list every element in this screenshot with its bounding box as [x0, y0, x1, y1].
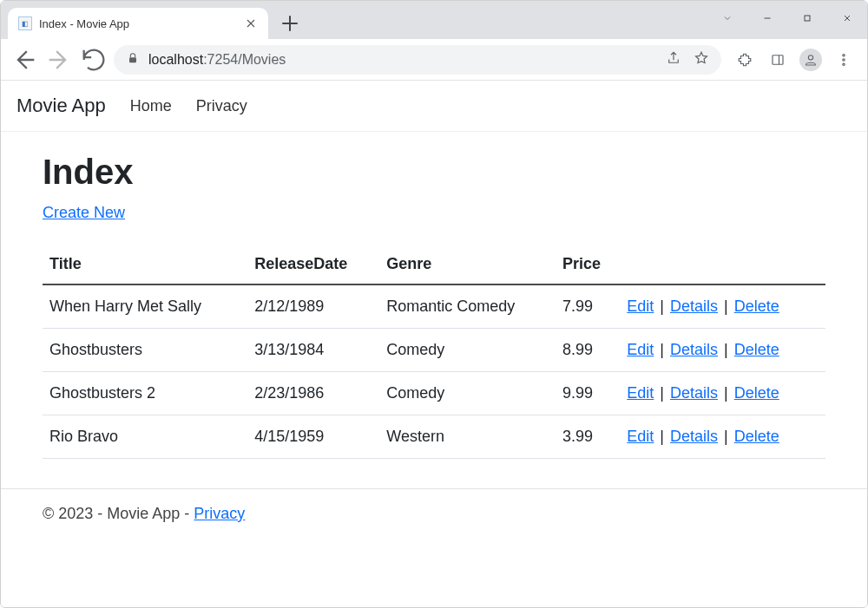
delete-link[interactable]: Delete [734, 297, 779, 315]
share-icon[interactable] [666, 50, 681, 69]
movies-table: Title ReleaseDate Genre Price When Harry… [43, 246, 825, 459]
page-title: Index [43, 153, 825, 192]
cell-releasedate: 4/15/1959 [247, 415, 379, 459]
cell-releasedate: 3/13/1984 [247, 329, 379, 372]
url-path: :7254/Movies [203, 52, 286, 67]
reload-button[interactable] [79, 45, 108, 75]
cell-genre: Romantic Comedy [379, 284, 556, 329]
edit-link[interactable]: Edit [627, 384, 654, 402]
col-genre: Genre [379, 246, 556, 284]
window-minimize-button[interactable] [747, 4, 787, 32]
edit-link[interactable]: Edit [627, 428, 654, 445]
tab-search-caret-icon[interactable] [707, 4, 747, 32]
details-link[interactable]: Details [670, 384, 718, 402]
footer-privacy-link[interactable]: Privacy [194, 505, 245, 522]
nav-link-home[interactable]: Home [130, 97, 172, 115]
separator: | [720, 341, 733, 358]
cell-title: Ghostbusters 2 [43, 372, 247, 415]
table-row: Rio Bravo4/15/1959Western3.99Edit | Deta… [43, 415, 825, 459]
cell-price: 8.99 [556, 329, 620, 372]
page-viewport: Movie App Home Privacy Index Create New … [1, 81, 867, 608]
svg-point-6 [843, 63, 845, 65]
cell-releasedate: 2/23/1986 [247, 372, 379, 415]
table-row: Ghostbusters 22/23/1986Comedy9.99Edit | … [43, 372, 825, 415]
cell-releasedate: 2/12/1989 [247, 284, 379, 329]
delete-link[interactable]: Delete [734, 384, 779, 402]
cell-genre: Comedy [379, 372, 556, 415]
kebab-menu-icon[interactable] [829, 45, 858, 75]
back-button[interactable] [10, 45, 39, 75]
details-link[interactable]: Details [670, 428, 718, 445]
footer-text: © 2023 - Movie App - [43, 505, 194, 522]
delete-link[interactable]: Delete [734, 341, 779, 358]
bookmark-star-icon[interactable] [694, 50, 709, 69]
cell-title: Rio Bravo [43, 415, 247, 459]
table-header-row: Title ReleaseDate Genre Price [43, 246, 825, 284]
create-new-link[interactable]: Create New [43, 204, 125, 221]
tab-title: Index - Movie App [39, 17, 129, 30]
details-link[interactable]: Details [670, 297, 718, 315]
tab-close-button[interactable] [244, 16, 258, 30]
cell-price: 9.99 [556, 372, 620, 415]
nav-link-privacy[interactable]: Privacy [196, 97, 247, 115]
profile-avatar[interactable] [796, 45, 825, 75]
cell-actions: Edit | Details | Delete [620, 329, 825, 372]
svg-point-4 [843, 54, 845, 56]
col-price: Price [556, 246, 620, 284]
separator: | [720, 384, 733, 402]
favicon-icon: ◧ [18, 16, 32, 30]
cell-actions: Edit | Details | Delete [620, 372, 825, 415]
side-panel-icon[interactable] [763, 45, 792, 75]
new-tab-button[interactable] [277, 10, 303, 36]
site-navbar: Movie App Home Privacy [1, 81, 867, 132]
main-container: Index Create New Title ReleaseDate Genre… [1, 132, 867, 467]
edit-link[interactable]: Edit [627, 297, 654, 315]
svg-rect-0 [805, 16, 810, 21]
cell-genre: Western [379, 415, 556, 459]
cell-price: 7.99 [556, 284, 620, 329]
separator: | [655, 341, 668, 358]
col-title: Title [43, 246, 247, 284]
site-footer: © 2023 - Movie App - Privacy [1, 488, 867, 539]
brand-link[interactable]: Movie App [16, 95, 106, 117]
svg-rect-1 [129, 57, 136, 62]
separator: | [655, 384, 668, 402]
cell-price: 3.99 [556, 415, 620, 459]
window-controls [707, 1, 867, 36]
svg-point-5 [843, 58, 845, 60]
delete-link[interactable]: Delete [734, 428, 779, 445]
svg-rect-2 [773, 55, 783, 64]
browser-tab[interactable]: ◧ Index - Movie App [8, 8, 268, 39]
window-close-button[interactable] [827, 4, 867, 32]
cell-title: Ghostbusters [43, 329, 247, 372]
col-actions [620, 246, 825, 284]
cell-actions: Edit | Details | Delete [620, 415, 825, 459]
url-text: localhost:7254/Movies [148, 52, 286, 68]
lock-icon [126, 51, 140, 69]
cell-actions: Edit | Details | Delete [620, 284, 825, 329]
address-bar[interactable]: localhost:7254/Movies [114, 45, 721, 75]
table-row: When Harry Met Sally2/12/1989Romantic Co… [43, 284, 825, 329]
forward-button[interactable] [44, 45, 74, 75]
col-releasedate: ReleaseDate [247, 246, 379, 284]
window-maximize-button[interactable] [787, 4, 827, 32]
separator: | [655, 428, 668, 445]
svg-point-3 [808, 55, 812, 59]
browser-toolbar: localhost:7254/Movies [1, 39, 867, 81]
cell-genre: Comedy [379, 329, 556, 372]
separator: | [720, 297, 733, 315]
separator: | [720, 428, 733, 445]
table-row: Ghostbusters3/13/1984Comedy8.99Edit | De… [43, 329, 825, 372]
url-host: localhost [148, 52, 203, 67]
edit-link[interactable]: Edit [627, 341, 654, 358]
separator: | [655, 297, 668, 315]
extensions-icon[interactable] [730, 45, 760, 75]
details-link[interactable]: Details [670, 341, 718, 358]
cell-title: When Harry Met Sally [43, 284, 247, 329]
